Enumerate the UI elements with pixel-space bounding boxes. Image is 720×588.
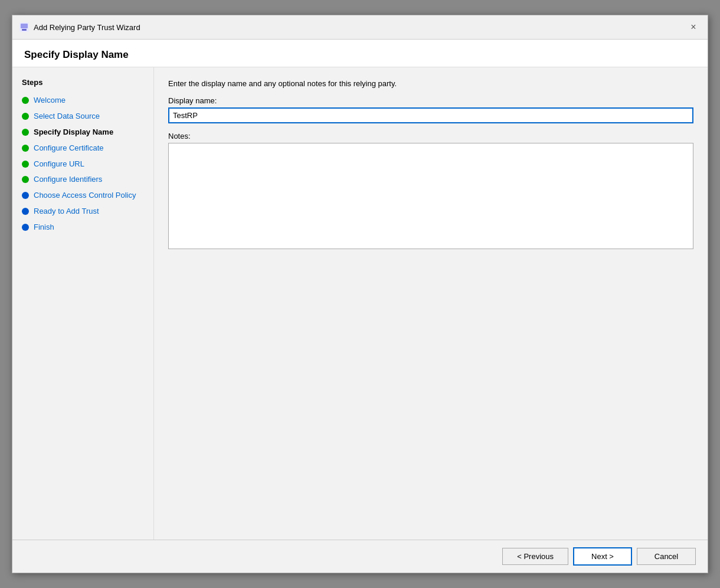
main-content: Enter the display name and any optional … <box>154 67 708 540</box>
step-dot-select-data-source <box>22 113 29 120</box>
sidebar-item-ready-to-add-trust[interactable]: Ready to Add Trust <box>12 204 153 220</box>
step-dot-choose-access-control <box>22 192 29 199</box>
wizard-icon <box>19 22 29 32</box>
sidebar: Steps Welcome Select Data Source Specify… <box>12 67 154 540</box>
sidebar-header: Steps <box>12 74 153 93</box>
notes-textarea[interactable] <box>168 143 693 249</box>
step-dot-finish <box>22 224 29 231</box>
display-name-label: Display name: <box>168 96 693 105</box>
sidebar-label-welcome: Welcome <box>34 96 66 106</box>
sidebar-item-select-data-source[interactable]: Select Data Source <box>12 109 153 125</box>
instruction-text: Enter the display name and any optional … <box>168 79 693 88</box>
content-area: Steps Welcome Select Data Source Specify… <box>12 67 708 540</box>
previous-button[interactable]: < Previous <box>502 548 568 565</box>
svg-rect-2 <box>22 29 27 31</box>
title-bar-left: Add Relying Party Trust Wizard <box>19 22 140 32</box>
step-dot-specify-display-name <box>22 129 29 136</box>
step-dot-welcome <box>22 97 29 104</box>
footer: < Previous Next > Cancel <box>12 540 708 573</box>
sidebar-item-specify-display-name[interactable]: Specify Display Name <box>12 125 153 141</box>
close-button[interactable]: × <box>686 20 701 34</box>
sidebar-label-finish: Finish <box>34 223 54 233</box>
step-dot-configure-certificate <box>22 145 29 152</box>
sidebar-label-select-data-source: Select Data Source <box>34 112 100 122</box>
sidebar-item-choose-access-control[interactable]: Choose Access Control Policy <box>12 188 153 204</box>
sidebar-label-specify-display-name: Specify Display Name <box>34 128 113 138</box>
step-dot-ready-to-add-trust <box>22 208 29 215</box>
sidebar-label-ready-to-add-trust: Ready to Add Trust <box>34 207 99 217</box>
step-dot-configure-identifiers <box>22 176 29 183</box>
sidebar-item-configure-certificate[interactable]: Configure Certificate <box>12 141 153 156</box>
next-button[interactable]: Next > <box>573 547 632 566</box>
cancel-button[interactable]: Cancel <box>637 548 696 565</box>
page-title: Specify Display Name <box>24 49 696 61</box>
page-header: Specify Display Name <box>12 40 708 67</box>
window-title: Add Relying Party Trust Wizard <box>34 23 140 32</box>
step-dot-configure-url <box>22 161 29 168</box>
sidebar-item-welcome[interactable]: Welcome <box>12 93 153 109</box>
notes-label: Notes: <box>168 132 693 141</box>
svg-rect-1 <box>21 24 28 28</box>
sidebar-item-finish[interactable]: Finish <box>12 220 153 236</box>
sidebar-label-configure-identifiers: Configure Identifiers <box>34 175 102 185</box>
sidebar-item-configure-url[interactable]: Configure URL <box>12 156 153 172</box>
sidebar-label-choose-access-control: Choose Access Control Policy <box>34 191 136 201</box>
title-bar: Add Relying Party Trust Wizard × <box>12 15 708 40</box>
sidebar-item-configure-identifiers[interactable]: Configure Identifiers <box>12 172 153 188</box>
wizard-window: Add Relying Party Trust Wizard × Specify… <box>12 15 708 573</box>
sidebar-label-configure-certificate: Configure Certificate <box>34 143 104 153</box>
display-name-input[interactable] <box>168 107 693 123</box>
sidebar-label-configure-url: Configure URL <box>34 159 84 169</box>
